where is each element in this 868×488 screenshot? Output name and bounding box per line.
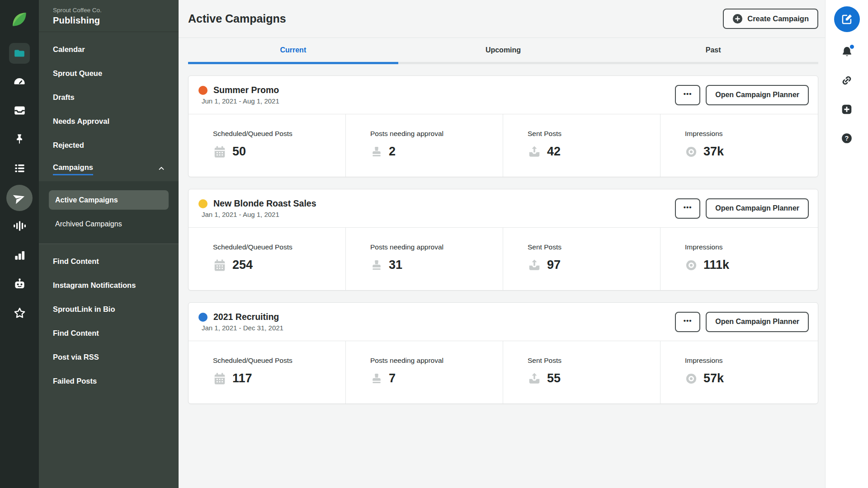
question-circle-icon: ? [841, 132, 853, 146]
send-icon [528, 258, 541, 272]
send-icon [528, 372, 541, 385]
rail-item-listening[interactable] [0, 212, 39, 241]
stat-value: 111k [703, 258, 729, 272]
sidebar-item-needs-approval[interactable]: Needs Approval [39, 109, 179, 133]
open-campaign-planner-button[interactable]: Open Campaign Planner [706, 85, 809, 105]
sidebar-item-find-content-2[interactable]: Find Content [39, 321, 179, 345]
page-header: Active Campaigns Create Campaign [179, 0, 825, 38]
rail-item-publishing[interactable] [0, 183, 39, 212]
stat-value: 31 [389, 258, 402, 272]
compose-button[interactable] [834, 6, 860, 32]
rail-item-pin[interactable] [0, 126, 39, 155]
rail-item-automation[interactable] [0, 270, 39, 299]
stamp-icon [370, 258, 383, 272]
stat-impressions: Impressions 57k [660, 341, 818, 404]
campaign-color-dot [198, 86, 208, 95]
rail-item-favorites[interactable] [0, 299, 39, 328]
sidebar-item-campaigns[interactable]: Campaigns [39, 157, 179, 181]
folder-icon [9, 43, 30, 64]
stat-sent-posts: Sent Posts 97 [503, 228, 660, 290]
sidebar-item-post-via-rss[interactable]: Post via RSS [39, 345, 179, 369]
sidebar-item-sproutlink-in-bio[interactable]: SproutLink in Bio [39, 297, 179, 321]
tab-current[interactable]: Current [188, 38, 398, 64]
gauge-icon [13, 75, 26, 89]
tab-past[interactable]: Past [608, 38, 818, 64]
campaign-menu-button[interactable]: ••• [675, 198, 700, 219]
pin-icon [14, 133, 25, 147]
campaign-color-dot [198, 313, 208, 322]
campaign-date-range: Jun 1, 2021 - Aug 1, 2021 [202, 97, 279, 105]
open-campaign-planner-button[interactable]: Open Campaign Planner [706, 198, 809, 219]
rail-item-gauge[interactable] [0, 68, 39, 97]
star-icon [14, 307, 26, 321]
campaigns-label: Campaigns [53, 163, 93, 175]
stat-value: 57k [703, 371, 724, 385]
campaign-menu-button[interactable]: ••• [675, 85, 700, 105]
account-name: Sprout Coffee Co. [53, 7, 179, 14]
stat-value: 2 [389, 145, 396, 159]
sidebar-item-archived-campaigns[interactable]: Archived Campaigns [49, 214, 169, 234]
main-content: Active Campaigns Create Campaign Current… [179, 0, 825, 488]
stat-scheduled-queued-posts: Scheduled/Queued Posts 50 [189, 114, 346, 177]
campaign-title: New Blonde Roast Sales [213, 198, 316, 209]
calendar-icon [213, 372, 226, 385]
open-campaign-planner-button[interactable]: Open Campaign Planner [706, 312, 809, 332]
campaign-tabs: Current Upcoming Past [188, 38, 818, 64]
stat-value: 7 [389, 371, 396, 385]
stat-value: 50 [232, 145, 246, 159]
sidebar-item-sprout-queue[interactable]: Sprout Queue [39, 61, 179, 85]
eye-icon [685, 145, 698, 158]
publishing-sidebar: Sprout Coffee Co. Publishing Calendar Sp… [39, 0, 179, 488]
sidebar-nav: Calendar Sprout Queue Drafts Needs Appro… [39, 32, 179, 393]
stat-value: 37k [703, 145, 724, 159]
stamp-icon [370, 145, 383, 159]
stat-scheduled-queued-posts: Scheduled/Queued Posts 254 [189, 228, 346, 290]
campaign-list: Summer Promo Jun 1, 2021 - Aug 1, 2021 •… [179, 64, 825, 416]
stat-value: 55 [547, 371, 561, 385]
sidebar-item-instagram-notifications[interactable]: Instagram Notifications [39, 273, 179, 297]
bot-icon [14, 278, 26, 292]
sidebar-item-rejected[interactable]: Rejected [39, 133, 179, 157]
link-button[interactable] [826, 67, 868, 96]
link-icon [841, 75, 853, 88]
list-icon [14, 162, 26, 176]
campaign-title: Summer Promo [213, 85, 279, 95]
audio-wave-icon [13, 220, 26, 234]
notifications-button[interactable] [826, 38, 868, 67]
notification-badge [849, 44, 855, 50]
rail-item-inbox[interactable] [0, 97, 39, 126]
sidebar-header: Sprout Coffee Co. Publishing [39, 0, 179, 32]
rail-item-list[interactable] [0, 155, 39, 183]
svg-text:?: ? [845, 135, 849, 142]
campaign-color-dot [198, 199, 208, 208]
sidebar-item-failed-posts[interactable]: Failed Posts [39, 369, 179, 393]
campaign-menu-button[interactable]: ••• [675, 312, 700, 332]
campaign-date-range: Jan 1, 2021 - Aug 1, 2021 [202, 211, 316, 218]
stat-value: 254 [232, 258, 253, 272]
stat-sent-posts: Sent Posts 42 [503, 114, 660, 177]
sidebar-item-active-campaigns[interactable]: Active Campaigns [49, 190, 169, 210]
campaign-card-2021-recruiting: 2021 Recruiting Jan 1, 2021 - Dec 31, 20… [188, 302, 818, 404]
plus-square-icon [841, 103, 853, 117]
page-title: Active Campaigns [188, 12, 286, 25]
rail-item-folder[interactable] [0, 39, 39, 68]
eye-icon [685, 372, 698, 385]
sidebar-item-calendar[interactable]: Calendar [39, 38, 179, 61]
tab-upcoming[interactable]: Upcoming [398, 38, 609, 64]
add-button[interactable] [826, 96, 868, 125]
stat-posts-needing-approval: Posts needing approval 2 [346, 114, 503, 177]
campaign-date-range: Jan 1, 2021 - Dec 31, 2021 [202, 324, 283, 332]
help-button[interactable]: ? [826, 125, 868, 154]
sprout-logo[interactable] [9, 0, 29, 39]
create-campaign-button[interactable]: Create Campaign [723, 9, 818, 29]
app-icon-rail [0, 0, 39, 488]
rail-item-reports[interactable] [0, 241, 39, 270]
stat-impressions: Impressions 37k [660, 114, 818, 177]
calendar-icon [213, 258, 226, 272]
sidebar-item-drafts[interactable]: Drafts [39, 85, 179, 109]
stat-posts-needing-approval: Posts needing approval 31 [346, 228, 503, 290]
sidebar-item-find-content[interactable]: Find Content [39, 249, 179, 273]
stat-sent-posts: Sent Posts 55 [503, 341, 660, 404]
stat-impressions: Impressions 111k [660, 228, 818, 290]
utility-rail: ? [825, 0, 868, 488]
